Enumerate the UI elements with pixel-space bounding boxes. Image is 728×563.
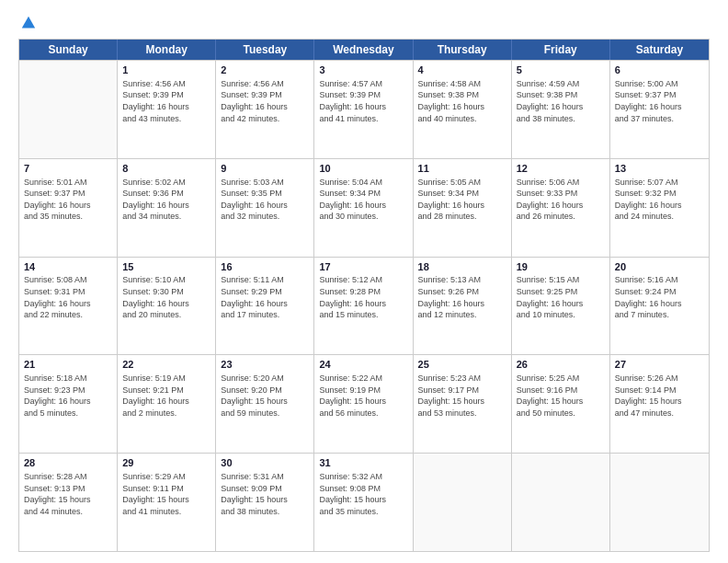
day-info: Sunrise: 5:01 AM Sunset: 9:37 PM Dayligh… <box>24 177 112 223</box>
day-number: 19 <box>517 260 605 274</box>
day-info: Sunrise: 5:20 AM Sunset: 9:20 PM Dayligh… <box>221 373 309 419</box>
day-info: Sunrise: 5:05 AM Sunset: 9:34 PM Dayligh… <box>418 177 506 223</box>
table-row: 6Sunrise: 5:00 AM Sunset: 9:37 PM Daylig… <box>610 61 709 158</box>
day-info: Sunrise: 5:18 AM Sunset: 9:23 PM Dayligh… <box>24 373 112 419</box>
table-row: 15Sunrise: 5:10 AM Sunset: 9:30 PM Dayli… <box>118 258 216 355</box>
day-info: Sunrise: 5:26 AM Sunset: 9:14 PM Dayligh… <box>615 373 704 419</box>
header-day-monday: Monday <box>118 40 216 60</box>
table-row: 21Sunrise: 5:18 AM Sunset: 9:23 PM Dayli… <box>19 355 118 453</box>
table-row: 25Sunrise: 5:23 AM Sunset: 9:17 PM Dayli… <box>414 355 512 453</box>
day-number: 20 <box>615 260 704 274</box>
table-row: 1Sunrise: 4:56 AM Sunset: 9:39 PM Daylig… <box>118 61 216 158</box>
day-info: Sunrise: 5:11 AM Sunset: 9:29 PM Dayligh… <box>221 274 309 320</box>
day-info: Sunrise: 5:22 AM Sunset: 9:19 PM Dayligh… <box>319 373 407 419</box>
day-number: 31 <box>319 456 407 470</box>
calendar-body: 1Sunrise: 4:56 AM Sunset: 9:39 PM Daylig… <box>19 60 709 551</box>
day-info: Sunrise: 5:10 AM Sunset: 9:30 PM Dayligh… <box>122 274 210 320</box>
day-info: Sunrise: 5:13 AM Sunset: 9:26 PM Dayligh… <box>418 274 506 320</box>
table-row: 31Sunrise: 5:32 AM Sunset: 9:08 PM Dayli… <box>314 454 413 551</box>
header-day-thursday: Thursday <box>414 40 512 60</box>
calendar-row-5: 28Sunrise: 5:28 AM Sunset: 9:13 PM Dayli… <box>19 453 709 551</box>
day-info: Sunrise: 5:07 AM Sunset: 9:32 PM Dayligh… <box>615 177 704 223</box>
calendar-row-1: 1Sunrise: 4:56 AM Sunset: 9:39 PM Daylig… <box>19 60 709 158</box>
day-number: 24 <box>319 358 407 372</box>
table-row: 10Sunrise: 5:04 AM Sunset: 9:34 PM Dayli… <box>314 159 413 257</box>
day-number: 8 <box>122 162 210 176</box>
table-row: 2Sunrise: 4:56 AM Sunset: 9:39 PM Daylig… <box>216 61 314 158</box>
table-row <box>512 454 610 551</box>
day-number: 21 <box>24 358 112 372</box>
day-number: 5 <box>517 63 605 77</box>
day-number: 1 <box>122 63 210 77</box>
table-row: 26Sunrise: 5:25 AM Sunset: 9:16 PM Dayli… <box>512 355 610 453</box>
day-info: Sunrise: 4:56 AM Sunset: 9:39 PM Dayligh… <box>122 78 210 124</box>
day-number: 2 <box>221 63 309 77</box>
day-info: Sunrise: 5:15 AM Sunset: 9:25 PM Dayligh… <box>517 274 605 320</box>
table-row: 14Sunrise: 5:08 AM Sunset: 9:31 PM Dayli… <box>19 258 118 355</box>
day-info: Sunrise: 5:16 AM Sunset: 9:24 PM Dayligh… <box>615 274 704 320</box>
logo <box>18 15 37 31</box>
table-row: 19Sunrise: 5:15 AM Sunset: 9:25 PM Dayli… <box>512 258 610 355</box>
table-row: 9Sunrise: 5:03 AM Sunset: 9:35 PM Daylig… <box>216 159 314 257</box>
day-info: Sunrise: 5:02 AM Sunset: 9:36 PM Dayligh… <box>122 177 210 223</box>
day-info: Sunrise: 5:31 AM Sunset: 9:09 PM Dayligh… <box>221 471 309 517</box>
table-row: 28Sunrise: 5:28 AM Sunset: 9:13 PM Dayli… <box>19 454 118 551</box>
day-info: Sunrise: 4:58 AM Sunset: 9:38 PM Dayligh… <box>418 78 506 124</box>
header-day-tuesday: Tuesday <box>216 40 314 60</box>
day-info: Sunrise: 5:08 AM Sunset: 9:31 PM Dayligh… <box>24 274 112 320</box>
logo-icon <box>20 15 37 31</box>
day-info: Sunrise: 5:06 AM Sunset: 9:33 PM Dayligh… <box>517 177 605 223</box>
table-row: 8Sunrise: 5:02 AM Sunset: 9:36 PM Daylig… <box>118 159 216 257</box>
day-number: 14 <box>24 260 112 274</box>
day-number: 3 <box>319 63 407 77</box>
table-row <box>610 454 709 551</box>
table-row: 13Sunrise: 5:07 AM Sunset: 9:32 PM Dayli… <box>610 159 709 257</box>
header-day-friday: Friday <box>512 40 610 60</box>
day-number: 13 <box>615 162 704 176</box>
header-day-saturday: Saturday <box>610 40 709 60</box>
table-row: 22Sunrise: 5:19 AM Sunset: 9:21 PM Dayli… <box>118 355 216 453</box>
table-row: 20Sunrise: 5:16 AM Sunset: 9:24 PM Dayli… <box>610 258 709 355</box>
day-info: Sunrise: 5:12 AM Sunset: 9:28 PM Dayligh… <box>319 274 407 320</box>
calendar: SundayMondayTuesdayWednesdayThursdayFrid… <box>18 39 710 552</box>
day-number: 27 <box>615 358 704 372</box>
table-row: 16Sunrise: 5:11 AM Sunset: 9:29 PM Dayli… <box>216 258 314 355</box>
calendar-row-2: 7Sunrise: 5:01 AM Sunset: 9:37 PM Daylig… <box>19 158 709 257</box>
table-row: 4Sunrise: 4:58 AM Sunset: 9:38 PM Daylig… <box>414 61 512 158</box>
day-number: 6 <box>615 63 704 77</box>
header-day-sunday: Sunday <box>19 40 118 60</box>
day-number: 30 <box>221 456 309 470</box>
day-number: 28 <box>24 456 112 470</box>
calendar-page: SundayMondayTuesdayWednesdayThursdayFrid… <box>0 0 728 563</box>
day-info: Sunrise: 5:19 AM Sunset: 9:21 PM Dayligh… <box>122 373 210 419</box>
day-info: Sunrise: 4:56 AM Sunset: 9:39 PM Dayligh… <box>221 78 309 124</box>
table-row: 12Sunrise: 5:06 AM Sunset: 9:33 PM Dayli… <box>512 159 610 257</box>
day-info: Sunrise: 4:57 AM Sunset: 9:39 PM Dayligh… <box>319 78 407 124</box>
header-day-wednesday: Wednesday <box>314 40 413 60</box>
day-info: Sunrise: 5:00 AM Sunset: 9:37 PM Dayligh… <box>615 78 704 124</box>
day-number: 10 <box>319 162 407 176</box>
day-info: Sunrise: 5:04 AM Sunset: 9:34 PM Dayligh… <box>319 177 407 223</box>
table-row <box>414 454 512 551</box>
day-number: 4 <box>418 63 506 77</box>
day-number: 12 <box>517 162 605 176</box>
table-row: 7Sunrise: 5:01 AM Sunset: 9:37 PM Daylig… <box>19 159 118 257</box>
day-number: 16 <box>221 260 309 274</box>
day-number: 17 <box>319 260 407 274</box>
day-info: Sunrise: 4:59 AM Sunset: 9:38 PM Dayligh… <box>517 78 605 124</box>
svg-marker-0 <box>22 17 35 29</box>
calendar-header: SundayMondayTuesdayWednesdayThursdayFrid… <box>19 40 709 60</box>
table-row: 29Sunrise: 5:29 AM Sunset: 9:11 PM Dayli… <box>118 454 216 551</box>
table-row: 3Sunrise: 4:57 AM Sunset: 9:39 PM Daylig… <box>314 61 413 158</box>
day-info: Sunrise: 5:32 AM Sunset: 9:08 PM Dayligh… <box>319 471 407 517</box>
header <box>18 15 710 31</box>
table-row: 18Sunrise: 5:13 AM Sunset: 9:26 PM Dayli… <box>414 258 512 355</box>
day-info: Sunrise: 5:29 AM Sunset: 9:11 PM Dayligh… <box>122 471 210 517</box>
table-row: 5Sunrise: 4:59 AM Sunset: 9:38 PM Daylig… <box>512 61 610 158</box>
table-row: 30Sunrise: 5:31 AM Sunset: 9:09 PM Dayli… <box>216 454 314 551</box>
day-info: Sunrise: 5:28 AM Sunset: 9:13 PM Dayligh… <box>24 471 112 517</box>
day-number: 7 <box>24 162 112 176</box>
day-number: 15 <box>122 260 210 274</box>
day-number: 9 <box>221 162 309 176</box>
day-number: 25 <box>418 358 506 372</box>
